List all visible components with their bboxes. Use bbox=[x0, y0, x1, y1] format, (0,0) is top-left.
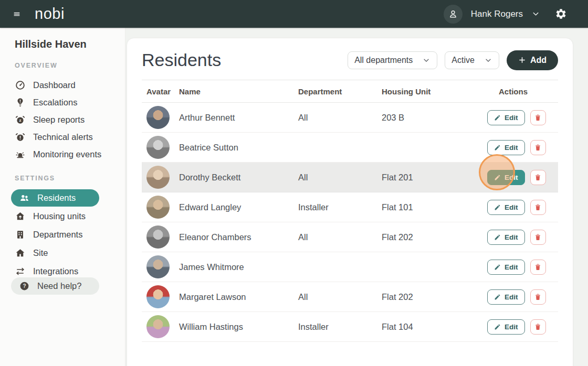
pencil-icon bbox=[494, 234, 501, 241]
alert-alarm-icon bbox=[15, 132, 26, 143]
delete-button[interactable] bbox=[530, 170, 546, 185]
edit-button-label: Edit bbox=[505, 323, 518, 331]
sidebar-item-escalations[interactable]: Escalations bbox=[0, 94, 125, 111]
resident-housing-unit: Flat 202 bbox=[382, 292, 487, 302]
resident-department: All bbox=[298, 113, 382, 123]
pencil-icon bbox=[494, 204, 501, 211]
table-row: Beatrice Sutton Edit bbox=[142, 133, 558, 163]
resident-department: Installer bbox=[298, 322, 382, 332]
resident-housing-unit: Flat 101 bbox=[382, 202, 487, 212]
swap-arrows-icon bbox=[15, 266, 26, 277]
gear-icon[interactable] bbox=[555, 8, 567, 20]
edit-button[interactable]: Edit bbox=[487, 260, 525, 275]
need-help-button[interactable]: ? Need help? bbox=[11, 277, 99, 295]
delete-button[interactable] bbox=[530, 289, 546, 305]
edit-button[interactable]: Edit bbox=[487, 319, 525, 335]
add-resident-button[interactable]: Add bbox=[507, 50, 558, 70]
edit-button[interactable]: Edit bbox=[487, 200, 525, 215]
column-header-name: Name bbox=[179, 87, 298, 96]
table-row: Dorothy Beckett All Flat 201 Edit bbox=[142, 163, 558, 192]
sidebar-item-dashboard[interactable]: Dashboard bbox=[0, 77, 125, 94]
table-row: James Whitmore Edit bbox=[142, 252, 558, 282]
sidebar-item-housing-units[interactable]: Housing units bbox=[0, 207, 125, 225]
edit-button[interactable]: Edit bbox=[487, 170, 525, 185]
resident-avatar bbox=[146, 166, 170, 189]
sidebar-item-sleep-reports[interactable]: z Sleep reports bbox=[0, 111, 125, 128]
sidebar-item-label: Integrations bbox=[33, 266, 78, 276]
resident-avatar bbox=[146, 315, 170, 338]
sidebar-item-label: Housing units bbox=[33, 211, 86, 221]
delete-button[interactable] bbox=[530, 319, 546, 335]
app-logo[interactable]: nobi bbox=[35, 5, 65, 23]
sidebar-item-label: Dashboard bbox=[33, 80, 76, 90]
pencil-icon bbox=[494, 324, 501, 330]
building-icon bbox=[15, 229, 26, 240]
sleep-alarm-icon: z bbox=[15, 114, 26, 125]
chevron-down-icon[interactable] bbox=[531, 9, 540, 18]
edit-button-label: Edit bbox=[505, 233, 518, 241]
sidebar-item-residents[interactable]: Residents bbox=[11, 189, 99, 207]
delete-button[interactable] bbox=[530, 260, 546, 275]
edit-button[interactable]: Edit bbox=[487, 110, 525, 125]
edit-button[interactable]: Edit bbox=[487, 140, 525, 155]
sidebar-item-site[interactable]: Site bbox=[0, 244, 125, 262]
resident-department: Installer bbox=[298, 202, 382, 212]
pencil-icon bbox=[494, 174, 501, 181]
residents-card: Residents All departments Active bbox=[127, 38, 573, 366]
trash-icon bbox=[534, 174, 542, 181]
resident-name: Dorothy Beckett bbox=[179, 173, 298, 182]
pencil-icon bbox=[494, 114, 501, 121]
trash-icon bbox=[534, 114, 542, 122]
edit-button[interactable]: Edit bbox=[487, 230, 525, 245]
edit-button-label: Edit bbox=[505, 114, 518, 122]
department-filter-select[interactable]: All departments bbox=[348, 51, 437, 69]
svg-text:z: z bbox=[19, 118, 22, 123]
trash-icon bbox=[534, 323, 542, 331]
edit-button-label: Edit bbox=[505, 263, 518, 271]
trash-icon bbox=[534, 263, 542, 271]
sidebar: Hillside Haven OVERVIEW Dashboard Escala… bbox=[0, 28, 125, 366]
user-name[interactable]: Hank Rogers bbox=[471, 9, 523, 19]
table-row: William Hastings Installer Flat 104 Edit bbox=[142, 312, 558, 342]
delete-button[interactable] bbox=[530, 140, 546, 155]
table-row: Arthur Bennett All 203 B Edit bbox=[142, 103, 558, 133]
resident-avatar bbox=[146, 106, 170, 129]
resident-avatar bbox=[146, 285, 170, 308]
hamburger-menu-icon[interactable] bbox=[6, 5, 27, 24]
pencil-icon bbox=[494, 294, 501, 300]
sidebar-item-monitoring-events[interactable]: Monitoring events bbox=[0, 146, 125, 163]
user-avatar-icon[interactable] bbox=[444, 5, 463, 24]
table-row: Eleanor Chambers All Flat 202 Edit bbox=[142, 222, 558, 252]
resident-department: All bbox=[298, 173, 382, 182]
section-label-overview: OVERVIEW bbox=[15, 62, 125, 69]
table-header: Avatar Name Department Housing Unit Acti… bbox=[142, 80, 558, 103]
resident-name: Margaret Lawson bbox=[179, 292, 298, 302]
edit-button[interactable]: Edit bbox=[487, 289, 525, 305]
status-filter-select[interactable]: Active bbox=[445, 51, 499, 69]
resident-housing-unit: 203 B bbox=[382, 113, 487, 123]
main-content: Residents All departments Active bbox=[125, 28, 588, 366]
siren-icon bbox=[15, 149, 26, 160]
resident-avatar bbox=[146, 255, 170, 278]
question-circle-icon: ? bbox=[19, 281, 30, 292]
sidebar-item-technical-alerts[interactable]: Technical alerts bbox=[0, 128, 125, 146]
resident-avatar bbox=[146, 196, 170, 219]
column-header-department: Department bbox=[298, 87, 382, 96]
resident-name: Beatrice Sutton bbox=[179, 143, 298, 153]
delete-button[interactable] bbox=[530, 230, 546, 245]
section-label-settings: SETTINGS bbox=[15, 175, 125, 182]
site-name: Hillside Haven bbox=[15, 38, 125, 50]
status-filter-value: Active bbox=[452, 56, 475, 65]
column-header-housing-unit: Housing Unit bbox=[382, 87, 487, 96]
sidebar-item-departments[interactable]: Departments bbox=[0, 225, 125, 243]
page-title: Residents bbox=[142, 50, 221, 70]
add-button-label: Add bbox=[530, 56, 547, 65]
chevron-down-icon bbox=[422, 56, 430, 64]
delete-button[interactable] bbox=[530, 200, 546, 215]
pencil-icon bbox=[494, 144, 501, 151]
nav-group-overview: Dashboard Escalations z Sleep reports Te… bbox=[0, 77, 125, 163]
resident-name: Eleanor Chambers bbox=[179, 232, 298, 242]
resident-housing-unit: Flat 201 bbox=[382, 173, 487, 182]
delete-button[interactable] bbox=[530, 110, 546, 125]
column-header-avatar: Avatar bbox=[142, 87, 179, 96]
